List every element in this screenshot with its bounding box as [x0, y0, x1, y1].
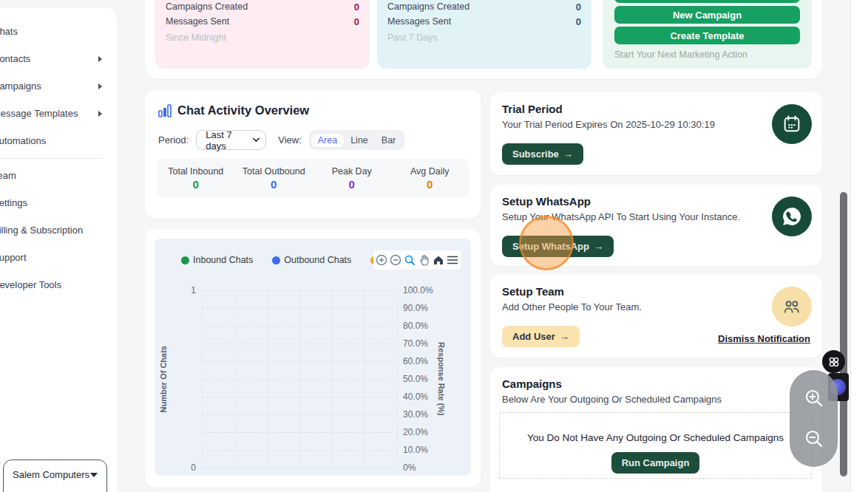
y-tick: 0% — [403, 462, 416, 473]
sidebar-item-label: Developer Tools — [0, 279, 61, 290]
caret-down-icon — [90, 473, 98, 477]
y-tick: 70.0% — [403, 338, 428, 349]
grid-dots-icon — [827, 355, 841, 369]
actions-caption: Start Your Next Marketing Action — [614, 49, 800, 60]
card-title: Trial Period — [502, 103, 810, 115]
legend-inbound-chats[interactable]: Inbound Chats — [181, 255, 253, 265]
sidebar-item-label: Message Templates — [0, 108, 78, 119]
chevron-right-icon — [98, 83, 102, 89]
calendar-badge — [772, 104, 812, 144]
menu-icon[interactable] — [447, 255, 458, 265]
sidebar-item-label: Automations — [0, 135, 46, 146]
arrow-right-icon: → — [560, 331, 569, 342]
legend-outbound-chats[interactable]: Outbound Chats — [272, 255, 351, 265]
dashboard-page: Chats Contacts Campaigns Message Templat… — [0, 0, 868, 492]
today-stats-card: Campaigns Created 0 Messages Sent 0 Sinc… — [155, 0, 370, 69]
view-tab-area[interactable]: Area — [311, 134, 344, 147]
widget-grid-button[interactable] — [822, 350, 845, 373]
sidebar-item-message-templates[interactable]: Message Templates — [0, 100, 117, 127]
zoom-out-button[interactable] — [802, 427, 826, 451]
period-select[interactable]: Last 7 days — [196, 130, 266, 150]
sidebar-item-label: Support — [0, 252, 27, 263]
sidebar-item-label: Campaigns — [0, 81, 41, 92]
sidebar-item-billing[interactable]: Billing & Subscription — [0, 216, 117, 244]
pan-icon[interactable] — [418, 254, 430, 266]
new-campaign-button[interactable]: New Campaign — [614, 6, 800, 24]
sidebar-item-contacts[interactable]: Contacts — [0, 45, 117, 72]
card-title: Chat Activity Overview — [177, 103, 309, 117]
chat-activity-card: Chat Activity Overview Period: Last 7 da… — [145, 90, 481, 219]
people-icon — [781, 295, 803, 318]
whatsapp-badge — [772, 197, 812, 236]
scrollbar-thumb[interactable] — [840, 192, 847, 476]
view-tab-bar[interactable]: Bar — [375, 134, 402, 147]
home-icon[interactable] — [433, 254, 444, 266]
zoom-in-icon[interactable] — [376, 254, 387, 266]
y-tick: 80.0% — [403, 321, 428, 331]
sidebar-item-label: Team — [0, 170, 16, 181]
selection-zoom-icon[interactable] — [404, 254, 416, 266]
chat-activity-chart-card: Inbound Chats Outbound Chats Resp — [145, 229, 481, 488]
setup-whatsapp-card: Setup WhatsApp Setup Your WhatsApp API T… — [490, 185, 822, 266]
bar-chart-icon — [158, 104, 172, 117]
page-zoom-widget — [790, 370, 838, 467]
chevron-right-icon — [98, 111, 102, 117]
sidebar-item-settings[interactable]: Settings — [0, 189, 117, 216]
sidebar-item-campaigns[interactable]: Campaigns — [0, 72, 117, 100]
period-value: Last 7 days — [206, 129, 245, 151]
chat-stats-strip: Total Inbound 0 Total Outbound 0 Peak Da… — [157, 158, 469, 198]
dismiss-notification-link[interactable]: Dismiss Notification — [718, 333, 810, 344]
whatsapp-icon — [781, 205, 803, 228]
arrow-right-icon: → — [563, 148, 573, 160]
arrow-right-icon: → — [594, 241, 603, 252]
chevron-right-icon — [98, 56, 102, 62]
stat-avg-daily: Avg Daily 0 — [391, 166, 469, 191]
week-stats-card: Campaigns Created 0 Messages Sent 0 Past… — [377, 0, 591, 69]
sidebar-item-automations[interactable]: Automations — [0, 127, 117, 154]
create-template-button[interactable]: Create Template — [614, 27, 800, 44]
view-tab-line[interactable]: Line — [344, 134, 375, 147]
stat-label: Peak Day — [313, 166, 391, 177]
y-axis-title-left: Number Of Chats — [159, 290, 168, 468]
stat-row: Messages Sent 0 — [166, 16, 359, 31]
stat-label: Campaigns Created — [166, 1, 248, 16]
stat-value: 0 — [235, 178, 313, 191]
run-campaign-button[interactable]: Run Campaign — [611, 452, 700, 474]
y-tick: 90.0% — [403, 303, 428, 313]
card-subtitle: Below Are Your Outgoing Or Scheduled Cam… — [502, 394, 810, 405]
period-label: Period: — [158, 134, 189, 146]
view-label: View: — [278, 134, 302, 146]
window-edge — [850, 0, 868, 492]
stat-label: Messages Sent — [387, 16, 451, 31]
card-subtitle: Setup Your WhatsApp API To Start Using Y… — [502, 211, 810, 222]
card-title: Campaigns — [502, 377, 810, 390]
workspace-name: Salem Computers — [13, 469, 89, 480]
team-badge — [772, 287, 812, 327]
y-tick: 100.0% — [403, 285, 433, 295]
stat-total-outbound: Total Outbound 0 — [235, 166, 313, 191]
legend-dot-icon — [181, 256, 189, 264]
sidebar-nav: Chats Contacts Campaigns Message Templat… — [0, 7, 117, 298]
zoom-out-icon[interactable] — [390, 254, 401, 266]
card-subtitle: Your Trial Period Expires On 2025-10-29 … — [502, 119, 810, 130]
stat-peak-day: Peak Day 0 — [313, 166, 391, 191]
add-user-button[interactable]: Add User→ — [502, 326, 580, 347]
view-switcher: Area Line Bar — [309, 130, 405, 150]
stat-value: 0 — [576, 1, 581, 16]
action-button-clipped[interactable] — [614, 0, 800, 3]
zoom-in-button[interactable] — [802, 386, 826, 410]
trial-period-card: Trial Period Your Trial Period Expires O… — [490, 92, 822, 175]
sidebar-item-chats[interactable]: Chats — [0, 18, 117, 45]
subscribe-button[interactable]: Subscribe→ — [502, 143, 583, 165]
stat-value: 0 — [354, 1, 359, 16]
sidebar-item-support[interactable]: Support — [0, 244, 117, 271]
legend-dot-icon — [272, 256, 280, 264]
stat-label: Messages Sent — [166, 16, 229, 31]
y-tick: 40.0% — [403, 392, 428, 402]
stat-row: Messages Sent 0 — [387, 16, 581, 31]
stat-row: Campaigns Created 0 — [387, 1, 581, 16]
sidebar-item-team[interactable]: Team — [0, 162, 117, 189]
setup-whatsapp-button[interactable]: Setup WhatsApp→ — [502, 236, 614, 257]
sidebar-item-developer-tools[interactable]: Developer Tools — [0, 271, 117, 298]
workspace-selector[interactable]: Salem Computers — [3, 459, 107, 492]
